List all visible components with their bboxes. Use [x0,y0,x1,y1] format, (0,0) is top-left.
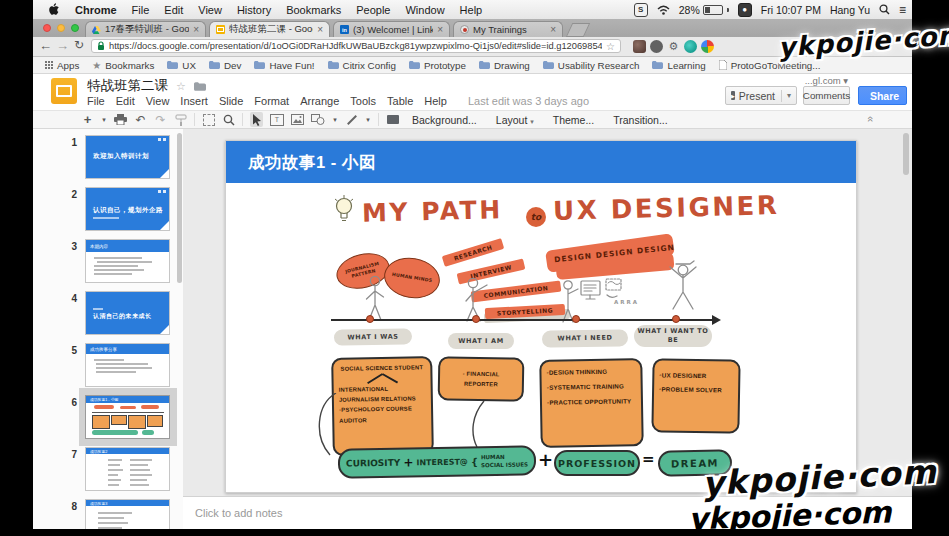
menu-chrome[interactable]: Chrome [75,4,117,16]
bookmark-folder-prototype[interactable]: Prototype [409,60,466,71]
zoom-fit-button[interactable] [202,112,215,127]
print-button[interactable] [114,112,127,127]
menu-format[interactable]: Format [254,95,289,107]
menu-file[interactable]: File [87,95,105,107]
slide-thumbnail-5[interactable]: 成功故事分享 [85,343,170,387]
filmstrip-scrollbar[interactable] [177,133,182,283]
notification-center-icon[interactable]: ≡ [899,3,906,17]
menu-edit[interactable]: Edit [164,4,183,16]
menu-view[interactable]: View [146,95,170,107]
bookmark-folder-drawing[interactable]: Drawing [479,60,530,71]
theme-button[interactable]: Theme... [547,114,600,126]
tab-drive[interactable]: 17春季特训班 - Google Dri × [85,21,206,37]
minimize-window-button[interactable] [57,24,65,32]
extension-icon-2[interactable] [650,40,663,53]
tab-slides-active[interactable]: 特战班第二课 - Google Sli × [209,21,330,37]
current-slide[interactable]: 成功故事1 - 小囡 MY PATH to UX DESIGNER JOURNA… [225,140,857,493]
insert-shape-button[interactable] [311,112,325,127]
slide-background-icon[interactable] [386,112,399,127]
address-bar[interactable]: https://docs.google.com/presentation/d/1… [91,39,621,53]
star-document-icon[interactable]: ☆ [176,80,186,93]
spotlight-search-icon[interactable] [879,4,890,15]
close-window-button[interactable] [43,24,51,32]
layout-button[interactable]: Layout ▾ [490,114,540,126]
line-caret[interactable]: ▾ [365,112,371,127]
tab-trainings[interactable]: My Trainings × [453,21,563,37]
bookmark-bookmarks[interactable]: ★Bookmarks [92,60,154,71]
extension-icon-1[interactable] [633,40,646,53]
slide-title-bar[interactable]: 成功故事1 - 小囡 [226,141,856,183]
slides-app-icon[interactable] [51,78,77,104]
canvas-scrollbar[interactable] [903,133,909,175]
apple-icon[interactable] [49,3,60,16]
present-button[interactable]: ▶ Present ▾ [725,86,797,105]
tab-close-icon[interactable]: × [317,25,323,35]
shape-caret[interactable]: ▾ [332,112,338,127]
slide-thumbnail-7[interactable]: 成功故事2 [85,447,170,491]
menu-history[interactable]: History [237,4,271,16]
new-slide-button[interactable]: + [81,112,94,127]
menu-file[interactable]: File [132,4,150,16]
tab-close-icon[interactable]: × [193,25,199,35]
move-folder-icon[interactable] [194,82,206,91]
menu-help[interactable]: Help [424,95,447,107]
select-tool-button[interactable] [250,112,263,127]
last-edit-status[interactable]: Last edit was 3 days ago [468,95,589,107]
extension-icon-3[interactable] [684,40,697,53]
slide-thumbnail-2[interactable]: 认识自己，规划外企路 [85,187,170,231]
zoom-button[interactable] [222,112,235,127]
battery-indicator[interactable]: 28% [679,4,729,16]
bookmark-folder-havefun[interactable]: Have Fun! [254,60,314,71]
undo-button[interactable]: ↶ [134,112,147,127]
bookmark-folder-citrix[interactable]: Citrix Config [328,60,396,71]
bookmark-page-proto[interactable]: ProtoGoToMeeting... [719,60,821,71]
menu-slide[interactable]: Slide [219,95,243,107]
present-dropdown-caret[interactable]: ▾ [781,90,791,102]
forward-button[interactable]: → [56,38,69,53]
bookmark-folder-usability[interactable]: Usability Research [543,60,640,71]
menu-table[interactable]: Table [387,95,413,107]
account-email[interactable]: ...gl.com ▾ [805,75,848,86]
wifi-icon[interactable] [657,5,670,15]
transition-button[interactable]: Transition... [607,114,673,126]
share-button[interactable]: Share [858,86,907,105]
slide-thumbnail-4[interactable]: 认清自己的未来成长 [85,291,170,335]
extension-icon-4[interactable] [701,40,714,53]
insert-line-button[interactable] [345,112,358,127]
menu-window[interactable]: Window [405,4,444,16]
tab-linkedin[interactable]: in (3) Welcome! | LinkedIn × [333,21,450,37]
slide-thumbnail-8[interactable]: 成功故事3 [85,499,170,529]
input-source-icon[interactable]: ● [738,3,752,17]
settings-gear-icon[interactable]: ⚙ [667,40,680,53]
menu-people[interactable]: People [356,4,390,16]
bookmark-folder-dev[interactable]: Dev [209,60,241,71]
hide-menus-chevron[interactable]: « [865,116,877,122]
slide-thumbnail-1[interactable]: 欢迎加入特训计划 [85,135,170,179]
document-title[interactable]: 特战班第二课 [87,77,168,95]
slide-thumbnail-6-selected[interactable]: 成功故事1 - 小囡 [85,395,170,439]
menu-tools[interactable]: Tools [350,95,376,107]
bookmark-folder-learning[interactable]: Learning [652,60,705,71]
new-tab-button[interactable] [566,23,591,37]
menu-view[interactable]: View [198,4,222,16]
tab-close-icon[interactable]: × [550,25,556,35]
menu-edit[interactable]: Edit [116,95,135,107]
menu-help[interactable]: Help [460,4,483,16]
text-box-button[interactable]: T [270,112,284,127]
bookmark-star-icon[interactable]: ☆ [606,41,615,52]
zoom-window-button[interactable] [71,24,79,32]
reload-button[interactable]: ↻ [74,38,84,52]
menu-bookmarks[interactable]: Bookmarks [286,4,341,16]
slide-thumbnail-3[interactable]: 本期内容 [85,239,170,283]
menu-insert[interactable]: Insert [180,95,208,107]
paint-format-button[interactable] [174,112,187,127]
comments-button[interactable]: Comments [803,86,850,105]
menubar-user[interactable]: Hang Yu [830,4,870,16]
redo-button[interactable]: ↷ [154,112,167,127]
background-button[interactable]: Background... [406,114,483,126]
bookmark-folder-ux[interactable]: UX [167,60,196,71]
insert-image-button[interactable] [291,112,304,127]
ime-icon[interactable]: S [634,3,648,17]
bookmark-apps[interactable]: Apps [45,60,79,71]
menubar-clock[interactable]: Fri 10:07 PM [761,4,821,16]
